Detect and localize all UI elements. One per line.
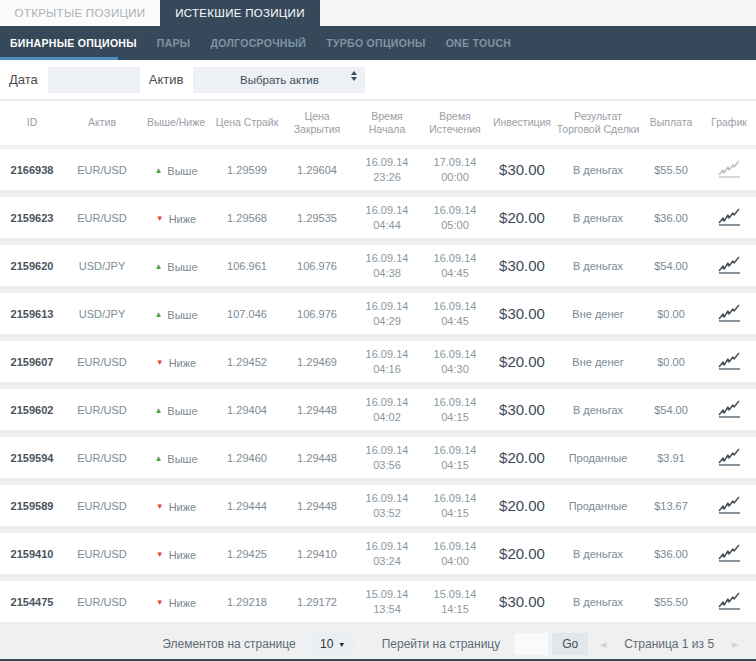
expiry-time-cell: 16.09.1404:45 xyxy=(422,251,488,281)
date-filter-input[interactable] xyxy=(48,67,140,93)
column-header-3: Цена Страйк xyxy=(212,116,282,129)
nav-item-3[interactable]: ТУРБО ОПЦИОНЫ xyxy=(316,37,435,49)
investment-amount: $30.00 xyxy=(488,305,556,322)
investment-amount: $20.00 xyxy=(488,545,556,562)
positions-tabs: ОТКРЫТЫЕ ПОЗИЦИИ ИСТЕКШИЕ ПОЗИЦИИ xyxy=(0,0,756,26)
expiry-time: 00:00 xyxy=(422,170,488,185)
trade-result: Проданные xyxy=(556,500,640,512)
position-row: 2159594EUR/USD▲Выше1.294601.2944816.09.1… xyxy=(0,437,756,478)
direction-label: Ниже xyxy=(169,549,197,561)
chart-cell xyxy=(702,446,756,470)
items-per-page-select[interactable]: 10 ▼ xyxy=(312,633,354,655)
chart-icon[interactable] xyxy=(716,446,742,468)
column-header-6: Время Истечения xyxy=(422,110,488,136)
close-price: 1.29410 xyxy=(282,548,352,560)
direction-cell: ▼Ниже xyxy=(140,595,212,609)
asset-select[interactable]: Выбрать актив xyxy=(193,67,365,93)
nav-item-1[interactable]: ПАРЫ xyxy=(147,37,201,49)
trade-result: Проданные xyxy=(556,452,640,464)
nav-item-2[interactable]: ДОЛГОСРОЧНЫЙ xyxy=(200,37,316,49)
position-row: 2159623EUR/USD▼Ниже1.295681.2953516.09.1… xyxy=(0,197,756,238)
tab-open-positions[interactable]: ОТКРЫТЫЕ ПОЗИЦИИ xyxy=(0,0,160,26)
chart-icon[interactable] xyxy=(716,398,742,420)
trade-result: В деньгах xyxy=(556,548,640,560)
start-time: 03:24 xyxy=(352,554,422,569)
start-time-cell: 15.09.1413:54 xyxy=(352,587,422,617)
prev-page-icon[interactable]: ◄ xyxy=(588,639,618,650)
position-id: 2166938 xyxy=(0,164,64,176)
payout-amount: $13.67 xyxy=(640,500,702,512)
position-row: 2166938EUR/USD▲Выше1.295991.2960416.09.1… xyxy=(0,149,756,190)
expiry-date: 16.09.14 xyxy=(422,443,488,458)
chart-icon[interactable] xyxy=(716,158,742,180)
tab-expired-positions[interactable]: ИСТЕКШИЕ ПОЗИЦИИ xyxy=(160,0,320,26)
chart-cell xyxy=(702,254,756,278)
start-date: 16.09.14 xyxy=(352,299,422,314)
payout-amount: $54.00 xyxy=(640,404,702,416)
expiry-date: 17.09.14 xyxy=(422,155,488,170)
column-header-9: Выплата xyxy=(640,116,702,129)
start-time: 04:44 xyxy=(352,218,422,233)
payout-amount: $36.00 xyxy=(640,212,702,224)
nav-item-4[interactable]: ONE TOUCH xyxy=(436,37,522,49)
chart-icon[interactable] xyxy=(716,302,742,324)
start-time-cell: 16.09.1404:29 xyxy=(352,299,422,329)
expiry-time: 04:45 xyxy=(422,314,488,329)
close-price: 1.29604 xyxy=(282,164,352,176)
start-time-cell: 16.09.1403:52 xyxy=(352,491,422,521)
strike-price: 1.29444 xyxy=(212,500,282,512)
next-page-icon[interactable]: ► xyxy=(720,639,750,650)
position-id: 2159410 xyxy=(0,548,64,560)
start-date: 16.09.14 xyxy=(352,347,422,362)
expiry-date: 16.09.14 xyxy=(422,251,488,266)
position-row: 2159589EUR/USD▼Ниже1.294441.2944816.09.1… xyxy=(0,485,756,526)
strike-price: 1.29425 xyxy=(212,548,282,560)
position-id: 2159607 xyxy=(0,356,64,368)
page-status: Страница 1 из 5 xyxy=(618,637,720,651)
expiry-time: 04:15 xyxy=(422,506,488,521)
chart-icon[interactable] xyxy=(716,206,742,228)
strike-price: 1.29599 xyxy=(212,164,282,176)
goto-page-input[interactable] xyxy=(514,633,548,655)
chart-icon[interactable] xyxy=(716,254,742,276)
start-date: 16.09.14 xyxy=(352,443,422,458)
asset-name: EUR/USD xyxy=(64,164,140,176)
chart-icon[interactable] xyxy=(716,542,742,564)
payout-amount: $3.91 xyxy=(640,452,702,464)
expiry-time-cell: 16.09.1404:00 xyxy=(422,539,488,569)
chart-icon[interactable] xyxy=(716,494,742,516)
start-time-cell: 16.09.1423:26 xyxy=(352,155,422,185)
trade-result: В деньгах xyxy=(556,260,640,272)
start-time: 03:56 xyxy=(352,458,422,473)
expiry-time: 05:00 xyxy=(422,218,488,233)
asset-filter-label: Актив xyxy=(149,72,184,87)
close-price: 1.29535 xyxy=(282,212,352,224)
direction-label: Выше xyxy=(167,309,197,321)
direction-cell: ▼Ниже xyxy=(140,211,212,225)
asset-name: EUR/USD xyxy=(64,500,140,512)
expiry-date: 15.09.14 xyxy=(422,587,488,602)
direction-label: Выше xyxy=(167,261,197,273)
direction-cell: ▼Ниже xyxy=(140,547,212,561)
start-time-cell: 16.09.1404:44 xyxy=(352,203,422,233)
payout-amount: $55.50 xyxy=(640,596,702,608)
expiry-time: 04:30 xyxy=(422,362,488,377)
go-button[interactable]: Go xyxy=(552,633,588,655)
position-id: 2159589 xyxy=(0,500,64,512)
expiry-time: 04:45 xyxy=(422,266,488,281)
arrow-up-icon: ▲ xyxy=(154,263,162,271)
start-time-cell: 16.09.1404:16 xyxy=(352,347,422,377)
investment-amount: $30.00 xyxy=(488,401,556,418)
expiry-time-cell: 16.09.1405:00 xyxy=(422,203,488,233)
asset-name: EUR/USD xyxy=(64,212,140,224)
start-time-cell: 16.09.1403:56 xyxy=(352,443,422,473)
chart-icon[interactable] xyxy=(716,590,742,612)
direction-cell: ▲Выше xyxy=(140,307,212,321)
goto-page-label: Перейти на страницу xyxy=(382,637,501,651)
close-price: 1.29448 xyxy=(282,500,352,512)
chart-icon[interactable] xyxy=(716,350,742,372)
investment-amount: $20.00 xyxy=(488,497,556,514)
nav-item-0[interactable]: БИНАРНЫЕ ОПЦИОНЫ xyxy=(0,37,147,49)
close-price: 1.29172 xyxy=(282,596,352,608)
trade-result: В деньгах xyxy=(556,596,640,608)
